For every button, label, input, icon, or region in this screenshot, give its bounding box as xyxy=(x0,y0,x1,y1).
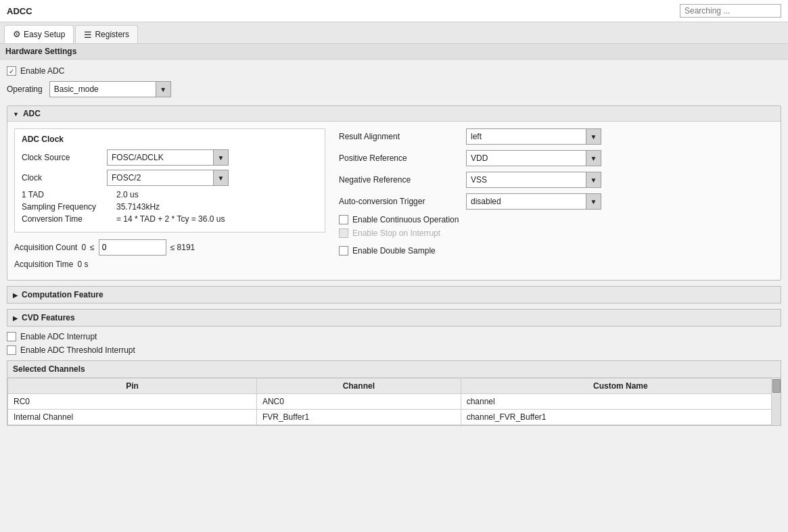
cvd-features-panel: CVD Features xyxy=(7,309,781,327)
enable-double-sample-label: Enable Double Sample xyxy=(352,246,436,256)
auto-conversion-value: disabled xyxy=(467,197,586,206)
auto-conversion-arrow[interactable]: ▼ xyxy=(586,194,601,209)
auto-conversion-row: Auto-conversion Trigger disabled ▼ xyxy=(339,193,774,210)
tab-easy-setup-label: Easy Setup xyxy=(24,30,65,39)
operating-label: Operating xyxy=(7,84,43,94)
row-pin-1: Internal Channel xyxy=(8,410,257,425)
enable-stop-on-interrupt-checkbox[interactable] xyxy=(339,228,348,238)
clock-row: Clock FOSC/2 ▼ xyxy=(22,170,318,186)
positive-reference-row: Positive Reference VDD ▼ xyxy=(339,150,774,166)
enable-continuous-operation-row: Enable Continuous Operation xyxy=(339,215,774,224)
clock-source-value: FOSC/ADCLK xyxy=(108,153,213,162)
channels-header: Selected Channels xyxy=(7,361,781,378)
row-channel-0: ANC0 xyxy=(256,394,461,410)
acquisition-count-op: ≤ xyxy=(90,243,95,252)
clock-source-arrow[interactable]: ▼ xyxy=(213,150,228,165)
channels-table-wrapper: Pin Channel Custom Name RC0 ANC0 channel… xyxy=(7,378,781,425)
positive-reference-value: VDD xyxy=(467,153,586,163)
enable-stop-on-interrupt-label: Enable Stop on Interrupt xyxy=(352,228,440,238)
acquisition-time-value: 0 s xyxy=(77,260,88,269)
adc-panel-header[interactable]: ADC xyxy=(7,106,781,122)
tad-label: 1 TAD xyxy=(22,190,116,199)
adc-clock-title: ADC Clock xyxy=(22,135,318,144)
negative-reference-row: Negative Reference VSS ▼ xyxy=(339,172,774,188)
positive-reference-arrow[interactable]: ▼ xyxy=(586,151,601,166)
table-row: Internal Channel FVR_Buffer1 channel_FVR… xyxy=(8,410,781,425)
result-alignment-arrow[interactable]: ▼ xyxy=(586,129,601,144)
enable-adc-interrupt-checkbox[interactable] xyxy=(7,332,16,341)
acquisition-time-row: Acquisition Time 0 s xyxy=(14,260,325,269)
adc-inner: ADC Clock Clock Source FOSC/ADCLK ▼ Cloc… xyxy=(14,128,774,273)
computation-feature-title: Computation Feature xyxy=(22,290,103,299)
acquisition-count-max: ≤ 8191 xyxy=(170,243,195,252)
computation-feature-header[interactable]: Computation Feature xyxy=(7,287,781,303)
clock-arrow[interactable]: ▼ xyxy=(213,170,228,185)
title-bar: ADCC xyxy=(0,0,788,22)
enable-adc-label: Enable ADC xyxy=(20,66,64,76)
hardware-settings-header: Hardware Settings xyxy=(0,44,788,59)
conversion-time-row: Conversion Time = 14 * TAD + 2 * Tcy = 3… xyxy=(22,214,318,224)
enable-adc-checkbox[interactable] xyxy=(7,66,16,76)
clock-value: FOSC/2 xyxy=(108,173,213,183)
enable-continuous-operation-checkbox[interactable] xyxy=(339,215,348,224)
enable-adc-interrupt-label: Enable ADC Interrupt xyxy=(20,332,97,341)
registers-icon: ☰ xyxy=(84,30,92,40)
row-custom-name-0: channel xyxy=(461,394,780,410)
scrollbar[interactable] xyxy=(771,378,781,425)
search-input[interactable] xyxy=(680,4,781,18)
auto-conversion-dropdown[interactable]: disabled ▼ xyxy=(466,193,601,210)
tab-registers-label: Registers xyxy=(95,30,129,39)
acquisition-time-label: Acquisition Time xyxy=(14,260,73,269)
adc-panel-body: ADC Clock Clock Source FOSC/ADCLK ▼ Cloc… xyxy=(7,122,781,280)
enable-adc-threshold-label: Enable ADC Threshold Interrupt xyxy=(20,345,135,355)
selected-channels-box: Selected Channels Pin Channel Custom Nam… xyxy=(7,360,781,426)
acquisition-count-row: Acquisition Count 0 ≤ ≤ 8191 xyxy=(14,239,325,256)
tab-easy-setup[interactable]: ⚙ Easy Setup xyxy=(4,25,74,43)
result-alignment-dropdown[interactable]: left ▼ xyxy=(466,128,601,145)
computation-expand-icon xyxy=(13,290,18,299)
negative-reference-value: VSS xyxy=(467,175,586,185)
clock-source-row: Clock Source FOSC/ADCLK ▼ xyxy=(22,149,318,166)
conversion-time-value: = 14 * TAD + 2 * Tcy = 36.0 us xyxy=(116,214,225,224)
clock-dropdown[interactable]: FOSC/2 ▼ xyxy=(107,170,229,186)
clock-source-dropdown[interactable]: FOSC/ADCLK ▼ xyxy=(107,149,229,166)
sampling-freq-value: 35.7143kHz xyxy=(116,202,160,212)
operating-value: Basic_mode xyxy=(50,84,156,94)
adc-clock-box: ADC Clock Clock Source FOSC/ADCLK ▼ Cloc… xyxy=(14,128,325,233)
row-pin-0: RC0 xyxy=(8,394,257,410)
acquisition-count-input[interactable] xyxy=(99,239,166,256)
scrollbar-thumb[interactable] xyxy=(772,379,781,393)
enable-adc-row: Enable ADC xyxy=(7,66,781,76)
enable-adc-threshold-row: Enable ADC Threshold Interrupt xyxy=(7,345,781,355)
tab-bar: ⚙ Easy Setup ☰ Registers xyxy=(0,22,788,44)
operating-dropdown-arrow[interactable]: ▼ xyxy=(156,82,170,97)
col-pin: Pin xyxy=(8,379,257,394)
enable-adc-threshold-checkbox[interactable] xyxy=(7,345,16,355)
channels-table: Pin Channel Custom Name RC0 ANC0 channel… xyxy=(7,378,781,425)
acquisition-count-label: Acquisition Count xyxy=(14,243,77,252)
negative-reference-label: Negative Reference xyxy=(339,175,461,185)
conversion-time-label: Conversion Time xyxy=(22,214,116,224)
clock-source-label: Clock Source xyxy=(22,153,103,162)
adc-panel-title: ADC xyxy=(23,109,41,118)
sampling-freq-label: Sampling Frequency xyxy=(22,202,116,212)
cvd-expand-icon xyxy=(13,313,18,322)
acquisition-count-min: 0 xyxy=(81,243,86,252)
computation-feature-panel: Computation Feature xyxy=(7,286,781,304)
tab-registers[interactable]: ☰ Registers xyxy=(75,25,138,43)
positive-reference-dropdown[interactable]: VDD ▼ xyxy=(466,150,601,166)
adc-panel: ADC ADC Clock Clock Source FOSC/ADCLK ▼ xyxy=(7,105,781,281)
negative-reference-dropdown[interactable]: VSS ▼ xyxy=(466,172,601,188)
tad-value: 2.0 us xyxy=(116,190,139,199)
gear-icon: ⚙ xyxy=(13,29,21,39)
table-row: RC0 ANC0 channel xyxy=(8,394,781,410)
cvd-features-header[interactable]: CVD Features xyxy=(7,310,781,326)
col-custom-name: Custom Name xyxy=(461,379,780,394)
col-channel: Channel xyxy=(256,379,461,394)
main-content: Enable ADC Operating Basic_mode ▼ ADC AD… xyxy=(0,59,788,433)
operating-dropdown[interactable]: Basic_mode ▼ xyxy=(49,81,171,97)
enable-double-sample-checkbox[interactable] xyxy=(339,246,348,256)
result-alignment-label: Result Alignment xyxy=(339,132,461,141)
sampling-freq-row: Sampling Frequency 35.7143kHz xyxy=(22,202,318,212)
negative-reference-arrow[interactable]: ▼ xyxy=(586,172,601,187)
